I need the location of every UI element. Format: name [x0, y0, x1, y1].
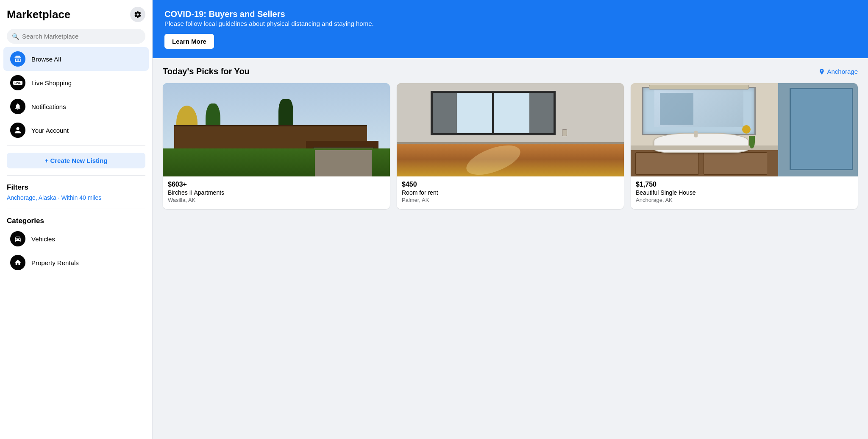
sidebar-item-live-shopping-label: Live Shopping — [31, 79, 72, 87]
listing-card-2[interactable]: $450 Room for rent Palmer, AK — [397, 83, 624, 209]
divider-3 — [7, 209, 145, 209]
covid-banner-subtitle: Please follow local guidelines about phy… — [164, 20, 856, 27]
store-icon — [10, 51, 25, 67]
listing-info-3: $1,750 Beautiful Single House Anchorage,… — [631, 176, 858, 209]
filter-value[interactable]: Anchorage, Alaska · Within 40 miles — [0, 193, 152, 205]
listing-card-1[interactable]: $603+ Birches II Apartments Wasilla, AK — [163, 83, 390, 209]
location-link[interactable]: Anchorage — [818, 68, 858, 75]
covid-banner-title: COVID-19: Buyers and Sellers — [164, 9, 856, 19]
sidebar: Marketplace 🔍 Browse All LIVE Live Shopp… — [0, 0, 153, 439]
sidebar-item-vehicles[interactable]: Vehicles — [3, 227, 149, 251]
sidebar-item-property-rentals-label: Property Rentals — [31, 259, 79, 266]
learn-more-button[interactable]: Learn More — [164, 34, 214, 49]
listing-price-2: $450 — [402, 181, 619, 188]
divider-1 — [7, 145, 145, 146]
sidebar-item-browse-all-label: Browse All — [31, 56, 61, 63]
sidebar-item-your-account[interactable]: Your Account — [3, 118, 149, 142]
listing-price-3: $1,750 — [636, 181, 853, 188]
sidebar-item-live-shopping[interactable]: LIVE Live Shopping — [3, 71, 149, 95]
listing-location-3: Anchorage, AK — [636, 197, 853, 203]
sidebar-item-notifications[interactable]: Notifications — [3, 95, 149, 118]
listing-image-3 — [631, 83, 858, 176]
listing-name-1: Birches II Apartments — [168, 189, 385, 196]
listing-price-1: $603+ — [168, 181, 385, 188]
listing-image-2 — [397, 83, 624, 176]
content-area: Today's Picks for You Anchorage — [153, 58, 868, 218]
listing-name-2: Room for rent — [402, 189, 619, 196]
bell-icon — [10, 99, 25, 114]
sidebar-item-browse-all[interactable]: Browse All — [3, 47, 149, 71]
listing-location-1: Wasilla, AK — [168, 197, 385, 203]
listings-grid: $603+ Birches II Apartments Wasilla, AK — [163, 83, 858, 209]
location-pin-icon — [818, 68, 825, 75]
gear-icon — [134, 11, 142, 18]
location-label: Anchorage — [827, 68, 858, 75]
live-icon: LIVE — [10, 75, 25, 90]
divider-2 — [7, 175, 145, 176]
search-icon: 🔍 — [12, 33, 19, 40]
search-bar[interactable]: 🔍 — [7, 29, 145, 44]
covid-banner: COVID-19: Buyers and Sellers Please foll… — [153, 0, 868, 58]
person-icon — [10, 123, 25, 138]
sidebar-header: Marketplace — [0, 0, 152, 25]
create-listing-button[interactable]: + Create New Listing — [7, 153, 145, 168]
home-icon — [10, 255, 25, 270]
search-input[interactable] — [7, 29, 145, 44]
main-content: COVID-19: Buyers and Sellers Please foll… — [153, 0, 868, 439]
sidebar-item-your-account-label: Your Account — [31, 127, 69, 134]
car-icon — [10, 231, 25, 246]
listing-info-1: $603+ Birches II Apartments Wasilla, AK — [163, 176, 390, 209]
listing-image-1 — [163, 83, 390, 176]
section-header: Today's Picks for You Anchorage — [163, 67, 858, 76]
listing-info-2: $450 Room for rent Palmer, AK — [397, 176, 624, 209]
listing-card-3[interactable]: $1,750 Beautiful Single House Anchorage,… — [631, 83, 858, 209]
listing-location-2: Palmer, AK — [402, 197, 619, 203]
sidebar-title: Marketplace — [7, 8, 70, 21]
settings-button[interactable] — [130, 7, 145, 22]
sidebar-item-property-rentals[interactable]: Property Rentals — [3, 251, 149, 274]
sidebar-item-notifications-label: Notifications — [31, 103, 66, 110]
sidebar-item-vehicles-label: Vehicles — [31, 235, 55, 243]
filters-label: Filters — [0, 179, 152, 193]
listing-name-3: Beautiful Single House — [636, 189, 853, 196]
picks-title: Today's Picks for You — [163, 67, 250, 76]
categories-label: Categories — [0, 213, 152, 227]
